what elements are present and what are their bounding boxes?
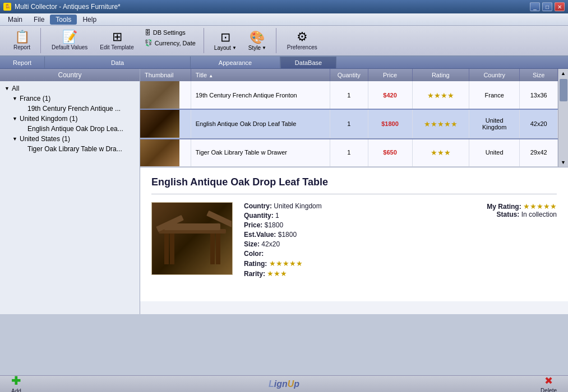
right-panel: Thumbnail Title ▲ Quantity Price Rating … (140, 69, 568, 314)
title-bar: 🪑 Multi Collector - Antiques Furniture* … (0, 0, 568, 13)
col-size[interactable]: Size (520, 69, 558, 81)
style-button[interactable]: 🎨 Style ▼ (243, 28, 271, 53)
edit-template-button[interactable]: ⊞ Edit Template (95, 28, 138, 53)
edit-template-icon: ⊞ (112, 31, 122, 43)
brand-logo: LignUp (269, 379, 299, 389)
col-quantity[interactable]: Quantity (330, 69, 368, 81)
table-row[interactable]: 19th Century French Antique Fronton1$420… (140, 81, 558, 110)
toolbar-appearance-section: ⊡ Layout ▼ 🎨 Style ▼ (205, 28, 276, 53)
tree-label-us: United States (1) (20, 135, 70, 143)
menu-bar: Main File Tools Help (0, 13, 568, 26)
menu-main[interactable]: Main (2, 15, 28, 25)
tree-uk-items: English Antique Oak Drop Lea... (18, 124, 137, 134)
detail-panel: English Antique Oak Drop Leaf Table (140, 167, 568, 301)
report-icon: 📋 (15, 31, 30, 43)
tree-france-items: 19th Century French Antique ... (18, 104, 137, 114)
delete-button[interactable]: ✖ Delete (541, 375, 557, 393)
col-rating[interactable]: Rating (412, 69, 469, 81)
default-values-icon: 📝 (62, 31, 77, 43)
detail-rating-section: My Rating: ★★★★★ Status: In collection (456, 202, 557, 278)
data-table: Thumbnail Title ▲ Quantity Price Rating … (140, 69, 558, 167)
close-button[interactable]: ✕ (555, 2, 565, 11)
table-wrapper: Thumbnail Title ▲ Quantity Price Rating … (140, 69, 568, 167)
cell-quantity: 1 (330, 138, 368, 167)
col-price[interactable]: Price (368, 69, 412, 81)
toolbar-label-report: Report (0, 57, 45, 68)
detail-size-line: Size: 42x20 (244, 240, 445, 248)
toolbar-label-appearance: Appearance (191, 57, 280, 68)
detail-image (151, 202, 233, 275)
db-settings-icon: 🗄 (145, 29, 151, 36)
cell-quantity: 1 (330, 81, 368, 110)
report-button[interactable]: 📋 Report (8, 28, 36, 53)
preferences-button[interactable]: ⚙ Preferences (282, 28, 322, 53)
cell-rating: ★★★★★ (412, 110, 469, 138)
default-values-label: Default Values (52, 44, 87, 50)
tree-label-french-antique: 19th Century French Antique ... (27, 105, 121, 113)
cell-price: $420 (368, 81, 412, 110)
layout-button[interactable]: ⊡ Layout ▼ (210, 28, 241, 53)
toolbar: 📋 Report 📝 Default Values ⊞ Edit Templat… (0, 26, 568, 57)
db-sub-section: 🗄 DB Settings 💱 Currency, Date (141, 28, 199, 53)
menu-help[interactable]: Help (77, 15, 102, 25)
detail-color-line: Color: (244, 250, 445, 258)
cell-country: United Kingdom (469, 110, 520, 138)
svg-rect-3 (216, 234, 220, 264)
scroll-down-button[interactable]: ▼ (561, 158, 566, 167)
menu-file[interactable]: File (28, 15, 50, 25)
tree-item-french-antique[interactable]: 19th Century French Antique ... (18, 104, 137, 114)
col-thumbnail[interactable]: Thumbnail (140, 69, 191, 81)
cell-title: Tiger Oak Library Table w Drawer (191, 138, 330, 167)
toolbar-label-database: DataBase (280, 57, 336, 68)
col-country[interactable]: Country (469, 69, 520, 81)
country-header: Country (0, 69, 140, 81)
layout-arrow-icon: ▼ (232, 45, 237, 50)
cell-thumbnail (140, 138, 191, 167)
window-controls[interactable]: _ □ ✕ (530, 2, 565, 11)
table-area: Thumbnail Title ▲ Quantity Price Rating … (140, 69, 568, 167)
tree-item-uk[interactable]: ▼ United Kingdom (1) (10, 114, 137, 124)
vertical-scrollbar[interactable]: ▲ ▼ (558, 69, 568, 167)
cell-rating: ★★★★ (412, 81, 469, 110)
cell-size: 42x20 (520, 110, 558, 138)
detail-title: English Antique Oak Drop Leaf Table (151, 176, 557, 194)
bottom-bar: ✚ Add LignUp ✖ Delete (0, 375, 568, 392)
oak-table-svg (153, 204, 232, 274)
tree-item-france[interactable]: ▼ France (1) (10, 94, 137, 104)
cell-title: English Antique Oak Drop Leaf Table (191, 110, 330, 138)
style-arrow-icon: ▼ (262, 45, 266, 50)
table-row[interactable]: English Antique Oak Drop Leaf Table1$180… (140, 110, 558, 138)
svg-rect-2 (164, 234, 169, 264)
table-header-row: Thumbnail Title ▲ Quantity Price Rating … (140, 69, 558, 81)
default-values-button[interactable]: 📝 Default Values (47, 28, 93, 53)
tree-view[interactable]: ▼ All ▼ France (1) 19th Century French A… (0, 81, 140, 314)
cell-size: 13x36 (520, 81, 558, 110)
tree-arrow-all: ▼ (4, 86, 10, 91)
scroll-thumb[interactable] (560, 79, 567, 101)
cell-price: $1800 (368, 110, 412, 138)
col-title[interactable]: Title ▲ (191, 69, 330, 81)
tree-item-tiger-oak[interactable]: Tiger Oak Library Table w Dra... (18, 144, 137, 154)
cell-price: $650 (368, 138, 412, 167)
db-settings-button[interactable]: 🗄 DB Settings (141, 28, 199, 37)
tree-france-group: ▼ France (1) 19th Century French Antique… (10, 94, 137, 114)
tree-item-uk-oak[interactable]: English Antique Oak Drop Lea... (18, 124, 137, 134)
add-button[interactable]: ✚ Add (11, 374, 21, 393)
cell-rating: ★★★ (412, 138, 469, 167)
tree-item-all[interactable]: ▼ All (2, 83, 137, 94)
scroll-up-button[interactable]: ▲ (561, 69, 566, 78)
main-content: Country ▼ All ▼ France (1) 19th Century … (0, 69, 568, 314)
add-icon: ✚ (11, 374, 21, 388)
table-row[interactable]: Tiger Oak Library Table w Drawer1$650★★★… (140, 138, 558, 167)
tree-arrow-uk: ▼ (12, 116, 18, 122)
tree-item-us[interactable]: ▼ United States (1) (10, 134, 137, 144)
toolbar-data-section: 📝 Default Values ⊞ Edit Template 🗄 DB Se… (42, 28, 204, 53)
menu-tools[interactable]: Tools (50, 15, 77, 25)
table-scroll[interactable]: Thumbnail Title ▲ Quantity Price Rating … (140, 69, 558, 167)
cell-quantity: 1 (330, 110, 368, 138)
cell-thumbnail (140, 81, 191, 110)
currency-date-button[interactable]: 💱 Currency, Date (141, 38, 199, 48)
minimize-button[interactable]: _ (530, 2, 540, 11)
maximize-button[interactable]: □ (542, 2, 552, 11)
layout-icon: ⊡ (220, 30, 230, 45)
